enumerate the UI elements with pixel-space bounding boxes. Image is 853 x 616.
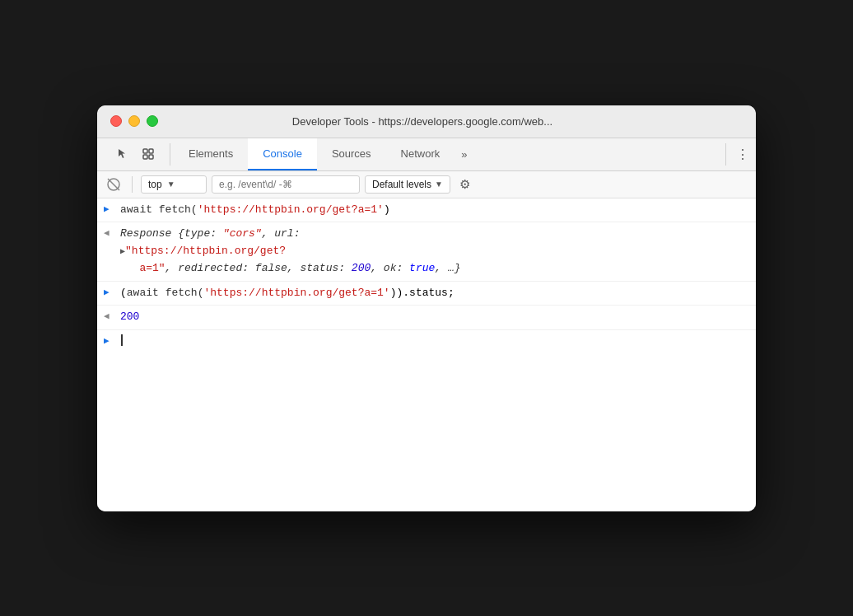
- console-line-2: ◀ Response {type: "cors", url: ▶"https:/…: [97, 222, 756, 281]
- output-arrow-4: ◀: [104, 309, 120, 324]
- tab-network[interactable]: Network: [386, 138, 455, 170]
- paren-close-1: ): [384, 203, 390, 216]
- tab-more[interactable]: »: [454, 138, 473, 170]
- tab-console[interactable]: Console: [248, 138, 317, 170]
- cursor: [121, 334, 123, 346]
- tab-divider: [170, 143, 170, 166]
- output-arrow-2: ◀: [104, 226, 120, 241]
- level-caret-icon: ▼: [435, 180, 443, 189]
- paren-chain: )).status;: [390, 287, 454, 299]
- level-label: Default levels: [372, 179, 431, 190]
- svg-rect-2: [143, 155, 147, 159]
- context-caret-icon: ▼: [167, 180, 175, 189]
- paren-open: (: [120, 287, 127, 299]
- keyword-await: await: [120, 203, 159, 216]
- context-label: top: [148, 179, 162, 190]
- input-arrow-3: ▶: [104, 285, 120, 301]
- svg-rect-0: [143, 149, 147, 153]
- svg-rect-1: [149, 149, 153, 153]
- console-output: ▶ await fetch('https://httpbin.org/get?a…: [97, 198, 756, 511]
- devtools-icons: [104, 138, 166, 170]
- clear-console-button[interactable]: [104, 175, 124, 194]
- console-line-5[interactable]: ▶: [97, 330, 756, 349]
- console-line-1: ▶ await fetch('https://httpbin.org/get?a…: [97, 198, 756, 223]
- line-content-4: 200: [120, 309, 749, 326]
- context-selector[interactable]: top ▼: [141, 175, 207, 194]
- devtools-menu[interactable]: ⋮: [729, 138, 756, 170]
- console-toolbar: top ▼ Default levels ▼ ⚙: [97, 171, 756, 198]
- url-string-1: 'https://httpbin.org/get?a=1': [198, 203, 384, 216]
- func-fetch: fetch(: [159, 203, 198, 216]
- tab-bar: Elements Console Sources Network » ⋮: [97, 138, 756, 171]
- status-number: 200: [120, 310, 139, 323]
- level-selector[interactable]: Default levels ▼: [365, 175, 450, 194]
- window-title: Developer Tools - https://developers.goo…: [102, 115, 743, 128]
- func-fetch-2: fetch(: [165, 287, 204, 299]
- toolbar-divider: [132, 176, 133, 193]
- keyword-await-2: await: [127, 287, 165, 299]
- tab-elements[interactable]: Elements: [174, 138, 248, 170]
- tab-sources[interactable]: Sources: [317, 138, 386, 170]
- url-string-2: 'https://httpbin.org/get?a=1': [203, 287, 389, 299]
- response-preview: Response {type: "cors", url:: [120, 227, 300, 240]
- cursor-input[interactable]: [120, 334, 749, 346]
- svg-rect-3: [149, 155, 153, 159]
- title-bar: Developer Tools - https://developers.goo…: [97, 105, 756, 138]
- console-line-4: ◀ 200: [97, 306, 756, 330]
- console-line-3: ▶ (await fetch('https://httpbin.org/get?…: [97, 282, 756, 306]
- input-arrow-1: ▶: [104, 202, 120, 217]
- line-content-2: Response {type: "cors", url: ▶"https://h…: [120, 226, 749, 277]
- settings-button[interactable]: ⚙: [455, 175, 475, 194]
- pointer-icon[interactable]: [110, 142, 133, 166]
- inspect-icon[interactable]: [137, 142, 160, 166]
- devtools-window: Developer Tools - https://developers.goo…: [97, 105, 756, 511]
- tab-separator: [725, 143, 726, 166]
- response-rest: , redirected: false, status: 200, ok: tr…: [165, 262, 461, 274]
- line-content-1: await fetch('https://httpbin.org/get?a=1…: [120, 202, 749, 219]
- line-content-3: (await fetch('https://httpbin.org/get?a=…: [120, 285, 749, 302]
- filter-input[interactable]: [212, 175, 360, 194]
- tabs: Elements Console Sources Network »: [174, 138, 722, 170]
- input-arrow-5: ▶: [104, 334, 120, 346]
